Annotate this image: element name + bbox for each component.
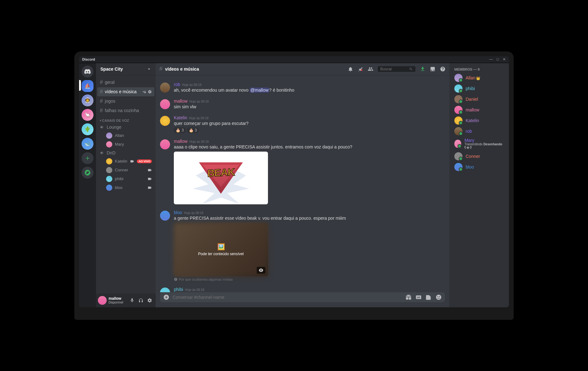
search-box[interactable] (378, 66, 415, 72)
maximize-button[interactable]: □ (497, 57, 499, 62)
download-icon (420, 66, 425, 72)
voice-user[interactable]: Mary (97, 140, 154, 149)
sensitive-footer[interactable]: Por que ocultamos algumas mídias (174, 277, 445, 281)
message-timestamp: Hoje às 09:18 (190, 140, 209, 143)
avatar (454, 152, 462, 160)
avatar[interactable] (160, 99, 170, 109)
hash-icon: # (100, 79, 103, 86)
chat-input[interactable]: GIF (160, 292, 445, 302)
avatar[interactable] (160, 288, 170, 292)
voice-user[interactable]: Conner (97, 166, 154, 175)
settings-button[interactable] (146, 296, 154, 304)
sensitive-embed[interactable]: 🖼️ Pode ter conteúdo sensível (174, 223, 268, 276)
avatar[interactable] (160, 83, 170, 93)
search-input[interactable] (380, 67, 407, 71)
voice-channel-item[interactable]: DnD (97, 149, 154, 157)
member-item[interactable]: Katelin (452, 115, 506, 126)
avatar (454, 84, 462, 93)
voice-user[interactable]: bloo (97, 183, 154, 192)
member-item[interactable]: phibi (452, 83, 506, 94)
reaction[interactable]: 🎂3 (174, 127, 186, 133)
user-info[interactable]: mallow Disponível (109, 296, 126, 304)
message: phibi Hoje às 09:18 Opa, não precisa de … (156, 286, 449, 292)
message-input[interactable] (173, 295, 402, 300)
server-icon[interactable]: 🐋 (82, 138, 94, 150)
sticker-button[interactable] (425, 294, 432, 300)
reaction[interactable]: 🎂3 (187, 127, 199, 133)
member-item[interactable]: mallow (452, 105, 506, 115)
channels-list: # geral # vídeos e música # jogos # falh… (96, 75, 156, 293)
pinned-button[interactable] (358, 66, 363, 72)
sticker-icon (425, 294, 432, 300)
notifications-button[interactable] (348, 66, 353, 72)
invite-icon[interactable] (142, 90, 147, 94)
member-item[interactable]: Mary Transmitindo Desenhando ʕ·ᴥ·ʔ (452, 137, 506, 151)
message-author[interactable]: Katelin (174, 115, 187, 120)
video-icon (147, 177, 152, 181)
close-button[interactable]: ✕ (503, 57, 506, 62)
member-item[interactable]: Allan👑 (452, 73, 506, 83)
gear-icon[interactable] (148, 90, 152, 94)
avatar[interactable] (160, 116, 170, 126)
messages-list[interactable]: rob Hoje às 09:18 ah, você encomendou um… (156, 75, 449, 292)
member-item[interactable]: Conner (452, 151, 506, 162)
member-name: mallow (466, 107, 479, 112)
voice-category[interactable]: ▾ CANAIS DE VOZ (97, 116, 154, 123)
reveal-button[interactable] (257, 267, 265, 274)
message-author[interactable]: mallow (174, 99, 188, 104)
deafen-button[interactable] (137, 296, 145, 304)
emoji-button[interactable] (436, 294, 442, 300)
member-activity: Transmitindo Desenhando ʕ·ᴥ·ʔ (464, 142, 504, 150)
voice-user[interactable]: phibi (97, 175, 154, 183)
server-icon-active[interactable]: ⛵ (82, 80, 94, 92)
attachment-button[interactable] (163, 294, 169, 300)
video-embed[interactable]: BEAK ▶ (174, 152, 268, 204)
crown-icon: 👑 (476, 76, 480, 80)
video-title: BEAK (207, 166, 235, 180)
mention[interactable]: @mallow (250, 88, 269, 93)
message-author[interactable]: mallow (174, 139, 188, 144)
gif-button[interactable]: GIF (415, 294, 422, 300)
gift-button[interactable] (405, 294, 412, 300)
user-name: mallow (109, 296, 126, 301)
avatar[interactable] (160, 211, 170, 221)
server-header[interactable]: Space City (96, 63, 156, 75)
member-item[interactable]: bloo (452, 162, 506, 172)
add-server-button[interactable]: + (82, 152, 94, 164)
voice-user[interactable]: Allan (97, 131, 154, 140)
search-icon (409, 67, 413, 71)
voice-channel-item[interactable]: Lounge (97, 123, 154, 131)
message-timestamp: Hoje às 09:18 (185, 288, 205, 292)
channel-name: Lounge (107, 125, 152, 130)
member-name: Katelin (466, 118, 479, 123)
message-author[interactable]: phibi (174, 287, 183, 292)
voice-user[interactable]: Katelin AO VIVO (97, 157, 154, 166)
compass-icon (84, 169, 91, 176)
text-channel-item[interactable]: # jogos (97, 97, 154, 106)
inbox-button[interactable] (430, 66, 436, 72)
member-item[interactable]: rob (452, 126, 506, 137)
message-author[interactable]: bloo (174, 210, 182, 215)
home-button[interactable] (82, 66, 94, 78)
chat-header: # vídeos e música (156, 63, 449, 75)
members-toggle-button[interactable] (368, 66, 373, 72)
download-button[interactable] (420, 66, 425, 72)
member-item[interactable]: Daniel (452, 94, 506, 105)
message-text: sim sim vlw (174, 104, 445, 110)
help-button[interactable] (440, 66, 446, 72)
mute-button[interactable] (128, 296, 136, 304)
user-avatar[interactable] (98, 296, 107, 305)
server-icon[interactable]: 🦙 (82, 109, 94, 121)
avatar[interactable] (160, 139, 170, 149)
minimize-button[interactable]: — (489, 57, 493, 62)
text-channel-item[interactable]: # falhas na cozinha (97, 106, 154, 115)
voice-user-name: Allan (115, 133, 152, 138)
text-channel-item[interactable]: # geral (97, 78, 154, 87)
server-icon[interactable]: 🌵 (82, 123, 94, 135)
explore-button[interactable] (82, 167, 94, 179)
emoji-icon (436, 294, 442, 300)
server-icon[interactable]: 👨‍🚀 (82, 94, 94, 106)
message-timestamp: Hoje às 09:18 (190, 100, 209, 103)
message-author[interactable]: rob (174, 82, 180, 87)
text-channel-item[interactable]: # vídeos e música (97, 87, 154, 96)
